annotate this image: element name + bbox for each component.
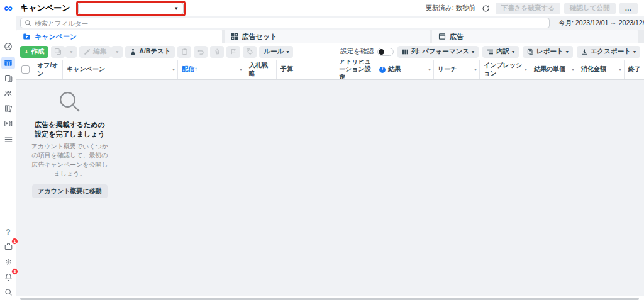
rules-dropdown-button[interactable]: ルール ▾ — [259, 46, 293, 58]
filter-row: 今月: 2023/12/01 ～ 2023/12/19 ▾ — [16, 16, 644, 30]
business-tools-badge: 1 — [11, 238, 18, 245]
check-settings-toggle[interactable] — [377, 48, 394, 56]
business-tools-icon[interactable]: 1 — [1, 240, 15, 253]
campaign-name-dropdown[interactable]: ▾ — [78, 3, 184, 14]
date-range-selector[interactable]: 今月: 2023/12/01 ～ 2023/12/19 ▾ — [555, 18, 644, 28]
duplicate-icon — [54, 48, 62, 55]
breakdown-dropdown-button[interactable]: 内訳 ▾ — [482, 46, 519, 58]
billing-nav-icon[interactable] — [1, 102, 15, 115]
horizontal-scrollbar[interactable] — [20, 298, 639, 300]
sort-caret-icon[interactable]: ▾ — [172, 67, 175, 73]
duplicate-dropdown-button[interactable]: ▾ — [65, 46, 77, 58]
notifications-badge: 8 — [11, 268, 18, 275]
select-all-cell — [16, 60, 33, 79]
sort-caret-icon[interactable]: ▾ — [619, 67, 621, 73]
ads-reporting-nav-icon[interactable] — [1, 117, 15, 130]
undo-button[interactable] — [194, 46, 208, 58]
column-label: キャンペーン — [67, 65, 171, 74]
more-options-button[interactable]: … — [619, 3, 638, 14]
chevron-down-icon: ▾ — [472, 49, 474, 55]
search-filter-box[interactable] — [20, 18, 550, 28]
flag-button[interactable] — [226, 46, 240, 58]
undo-icon — [197, 48, 204, 55]
all-tools-menu-icon[interactable] — [1, 133, 15, 145]
sidebar-search-icon[interactable] — [1, 286, 15, 298]
tag-button[interactable] — [243, 46, 257, 58]
sort-ascending-icon: ↑ — [194, 65, 197, 72]
column-header-budget[interactable]: 予算 — [277, 60, 335, 79]
flask-icon — [130, 48, 136, 55]
column-header-reach[interactable]: リーチ ▾ — [434, 60, 480, 79]
search-input[interactable] — [35, 20, 545, 27]
meta-logo-icon[interactable]: ∞ — [1, 1, 15, 15]
empty-state-title: 広告を掲載するための 設定を完了しましょう — [30, 120, 109, 140]
campaigns-nav-icon[interactable] — [1, 57, 15, 69]
flag-icon — [230, 48, 237, 55]
column-label: 終了 — [628, 65, 641, 74]
columns-dropdown-button[interactable]: 列: パフォーマンス ▾ — [397, 46, 479, 58]
updated-status: 更新済み: 数秒前 — [425, 4, 475, 13]
tab-campaigns[interactable]: キャンペーン — [16, 30, 222, 43]
action-toolbar: + 作成 ▾ 編集 — [16, 43, 644, 60]
rules-label: ルール — [264, 47, 284, 56]
column-header-campaign[interactable]: キャンペーン ▾ — [63, 60, 178, 79]
chevron-down-icon: ▾ — [175, 6, 178, 11]
tab-ads[interactable]: 広告 — [432, 30, 638, 43]
column-header-delivery[interactable]: 配信↑ ▾ — [178, 60, 245, 79]
breakdown-label: 内訳 — [496, 47, 509, 56]
ad-set-grid-icon — [231, 33, 238, 40]
duplicate-button[interactable] — [51, 46, 65, 58]
column-header-impressions[interactable]: インプレッション ▾ — [480, 60, 530, 79]
delete-button[interactable] — [210, 46, 224, 58]
report-label: レポート — [536, 47, 564, 56]
export-dropdown-button[interactable]: エクスポート ▾ — [577, 46, 640, 58]
column-label: 予算 — [280, 65, 332, 74]
pages-nav-icon[interactable] — [1, 72, 15, 84]
sort-caret-icon[interactable]: ▾ — [240, 67, 242, 73]
select-all-checkbox[interactable] — [21, 65, 30, 74]
clipboard-icon — [181, 48, 188, 55]
column-header-amount-spent[interactable]: 消化金額 ▾ — [577, 60, 625, 79]
sort-caret-icon[interactable]: ▾ — [474, 67, 477, 73]
sort-caret-icon[interactable]: ▾ — [525, 67, 527, 73]
clipboard-button[interactable] — [177, 46, 191, 58]
help-icon[interactable]: ? — [1, 226, 15, 238]
ab-test-button[interactable]: A/Bテスト — [125, 46, 175, 58]
sort-caret-icon[interactable]: ▾ — [428, 67, 431, 73]
ab-test-label: A/Bテスト — [139, 47, 170, 56]
settings-gear-icon[interactable] — [1, 255, 15, 268]
tab-label: キャンペーン — [35, 32, 77, 42]
audiences-nav-icon[interactable] — [1, 87, 15, 99]
chevron-down-icon: ▾ — [116, 49, 118, 55]
discard-draft-button[interactable]: 下書きを破棄する — [496, 3, 560, 14]
go-to-account-overview-button[interactable]: アカウント概要に移動 — [32, 184, 107, 198]
report-dropdown-button[interactable]: レポート ▾ — [523, 46, 573, 58]
level-tabs: キャンペーン 広告セット 広告 — [16, 30, 644, 43]
column-header-attribution[interactable]: アトリビューション設定 — [335, 60, 375, 79]
edit-dropdown-button[interactable]: ▾ — [111, 46, 123, 58]
bottom-bar — [16, 296, 644, 302]
export-download-icon — [581, 48, 588, 55]
column-header-bid-strategy[interactable]: 入札戦略 — [245, 60, 277, 79]
column-header-on-off[interactable]: オフ/オン — [33, 60, 63, 79]
column-header-results[interactable]: i 結果 ▾ — [375, 60, 434, 79]
notifications-bell-icon[interactable]: 8 — [1, 271, 15, 283]
column-label: 配信 — [182, 65, 194, 72]
tab-ad-sets[interactable]: 広告セット — [225, 30, 430, 43]
account-overview-icon[interactable] — [1, 40, 15, 53]
sort-caret-icon[interactable]: ▾ — [572, 67, 574, 73]
chevron-down-icon: ▾ — [70, 49, 72, 55]
annotation-highlight: ▾ — [78, 3, 184, 14]
export-label: エクスポート — [591, 47, 631, 56]
info-icon[interactable]: i — [379, 67, 386, 73]
breakdown-icon — [487, 48, 494, 55]
trash-icon — [214, 48, 221, 55]
column-header-end[interactable]: 終了 — [625, 60, 644, 79]
create-button[interactable]: + 作成 — [20, 46, 48, 58]
column-header-cost-per-result[interactable]: 結果の単価 ▾ — [530, 60, 577, 79]
refresh-icon[interactable] — [479, 2, 492, 14]
pencil-icon — [84, 48, 91, 55]
edit-button[interactable]: 編集 — [79, 46, 111, 58]
edit-label: 編集 — [93, 47, 106, 56]
publish-button[interactable]: 確認して公開 — [564, 3, 616, 14]
